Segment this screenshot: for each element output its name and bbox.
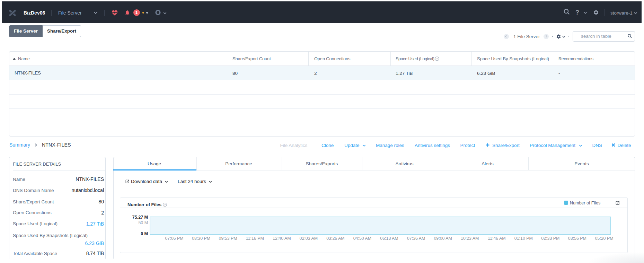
svg-text:?: ? (164, 203, 166, 206)
svg-text:?: ? (436, 57, 438, 60)
